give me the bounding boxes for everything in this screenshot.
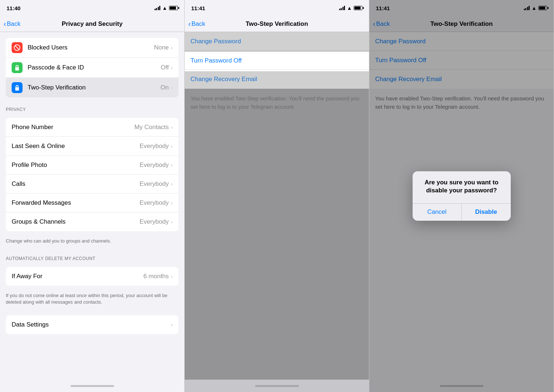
page-title-2: Two-Step Verification: [246, 20, 308, 28]
tsv-description-2: You have enabled Two-Step verification. …: [185, 89, 369, 117]
back-label-2: Back: [192, 20, 205, 28]
blocked-users-value: None: [154, 44, 169, 51]
battery-icon-2: [354, 6, 362, 10]
page-title-1: Privacy and Security: [62, 20, 123, 28]
privacy-footer: Change who can add you to groups and cha…: [0, 235, 184, 250]
passcode-value: Off: [161, 64, 169, 71]
last-seen-label: Last Seen & Online: [12, 143, 140, 150]
screen-tsv-2: 11:41 ▲ ‹ Back Two-Step Verification Cha…: [185, 0, 369, 392]
wifi-icon-1: ▲: [162, 5, 167, 11]
two-step-verification-item[interactable]: Two-Step Verification On ›: [6, 78, 178, 97]
auto-delete-footer: If you do not come online at least once …: [0, 289, 184, 311]
calls-value: Everybody: [140, 180, 169, 188]
status-icons-2: ▲: [339, 5, 362, 11]
data-settings-item[interactable]: Data Settings ›: [6, 315, 178, 334]
passcode-label: Passcode & Face ID: [28, 64, 161, 71]
groups-channels-item[interactable]: Groups & Channels Everybody ›: [6, 212, 178, 231]
privacy-section: PRIVACY Phone Number My Contacts › Last …: [0, 101, 184, 250]
if-away-for-item[interactable]: If Away For 6 months ›: [6, 267, 178, 286]
passcode-faceid-item[interactable]: Passcode & Face ID Off ›: [6, 58, 178, 78]
alert-disable-button[interactable]: Disable: [462, 203, 511, 221]
calls-label: Calls: [12, 180, 140, 188]
turn-password-off-item-2[interactable]: Turn Password Off: [185, 51, 369, 70]
alert-content: Are you sure you want to disable your pa…: [413, 171, 511, 203]
status-time-2: 11:41: [191, 5, 205, 11]
status-bar-1: 11:40 ▲: [0, 0, 184, 16]
alert-buttons: Cancel Disable: [413, 203, 511, 221]
data-settings-group: Data Settings ›: [6, 315, 178, 334]
tsv-chevron-s1: ›: [171, 85, 173, 91]
calls-chevron: ›: [171, 181, 173, 187]
back-label-1: Back: [7, 20, 21, 28]
if-away-value: 6 months: [143, 273, 169, 280]
last-seen-value: Everybody: [140, 143, 169, 150]
calls-item[interactable]: Calls Everybody ›: [6, 175, 178, 193]
data-settings-label: Data Settings: [12, 321, 171, 328]
svg-rect-2: [15, 67, 19, 71]
alert-dialog: Are you sure you want to disable your pa…: [413, 171, 511, 221]
status-bar-2: 11:41 ▲: [185, 0, 369, 16]
signal-icon-2: [339, 6, 345, 10]
blocked-users-chevron: ›: [171, 45, 173, 51]
if-away-label: If Away For: [12, 273, 143, 280]
blocked-users-icon: [12, 42, 23, 53]
phone-number-value: My Contacts: [135, 124, 169, 131]
passcode-icon: [12, 62, 23, 73]
content-1: Blocked Users None › Passcode & Face ID …: [0, 32, 184, 380]
alert-title: Are you sure you want to disable your pa…: [418, 179, 505, 195]
phone-number-chevron: ›: [171, 124, 173, 130]
data-settings-chevron: ›: [171, 322, 173, 328]
screen-privacy-security: 11:40 ▲ ‹ Back Privacy and Security: [0, 0, 185, 392]
back-button-2[interactable]: ‹ Back: [188, 20, 205, 28]
profile-photo-chevron: ›: [171, 162, 173, 168]
home-indicator-2: [185, 380, 369, 392]
signal-icon-1: [154, 6, 161, 10]
forwarded-messages-chevron: ›: [171, 200, 173, 206]
nav-bar-1: ‹ Back Privacy and Security: [0, 16, 184, 32]
alert-overlay: Are you sure you want to disable your pa…: [369, 0, 554, 392]
auto-delete-section-header: AUTOMATICALLY DELETE MY ACCOUNT: [0, 250, 184, 263]
auto-delete-group: If Away For 6 months ›: [6, 267, 178, 286]
screen-tsv-3: 11:41 ▲ ‹ Back Two-Step Verification Cha…: [369, 0, 554, 392]
nav-bar-2: ‹ Back Two-Step Verification: [185, 16, 369, 32]
privacy-group: Phone Number My Contacts › Last Seen & O…: [6, 118, 178, 231]
home-bar-2: [255, 385, 299, 387]
phone-number-label: Phone Number: [12, 124, 135, 131]
groups-channels-chevron: ›: [171, 219, 173, 225]
profile-photo-label: Profile Photo: [12, 161, 140, 169]
battery-icon-1: [169, 6, 178, 10]
back-button-1[interactable]: ‹ Back: [4, 20, 20, 28]
profile-photo-item[interactable]: Profile Photo Everybody ›: [6, 156, 178, 175]
forwarded-messages-label: Forwarded Messages: [12, 199, 140, 207]
blocked-users-item[interactable]: Blocked Users None ›: [6, 38, 178, 58]
back-chevron-2: ‹: [188, 20, 191, 28]
forwarded-messages-value: Everybody: [140, 199, 169, 207]
back-chevron-1: ‹: [4, 20, 6, 28]
status-icons-1: ▲: [154, 5, 178, 11]
blocked-users-label: Blocked Users: [28, 44, 154, 51]
status-time-1: 11:40: [7, 5, 20, 11]
tsv-label-s1: Two-Step Verification: [28, 84, 161, 91]
svg-line-1: [15, 45, 19, 50]
privacy-section-header: PRIVACY: [0, 101, 184, 114]
phone-number-item[interactable]: Phone Number My Contacts ›: [6, 118, 178, 137]
home-bar-1: [71, 385, 114, 387]
last-seen-chevron: ›: [171, 143, 173, 149]
groups-channels-value: Everybody: [140, 218, 169, 225]
groups-channels-label: Groups & Channels: [12, 218, 140, 225]
alert-cancel-button[interactable]: Cancel: [413, 203, 462, 221]
profile-photo-value: Everybody: [140, 161, 169, 169]
tsv-value-s1: On: [161, 84, 169, 91]
change-recovery-email-item-2[interactable]: Change Recovery Email: [185, 70, 369, 89]
change-password-label-2: Change Password: [190, 38, 241, 45]
svg-rect-3: [15, 87, 19, 91]
home-indicator-1: [0, 380, 184, 392]
tsv-icon: [12, 82, 23, 93]
passcode-chevron: ›: [171, 65, 173, 71]
turn-password-off-label-2: Turn Password Off: [190, 57, 242, 64]
wifi-icon-2: ▲: [347, 5, 352, 11]
change-password-item-2[interactable]: Change Password: [185, 32, 369, 51]
content-2: Change Password Turn Password Off Change…: [185, 32, 369, 380]
last-seen-item[interactable]: Last Seen & Online Everybody ›: [6, 137, 178, 156]
forwarded-messages-item[interactable]: Forwarded Messages Everybody ›: [6, 193, 178, 212]
